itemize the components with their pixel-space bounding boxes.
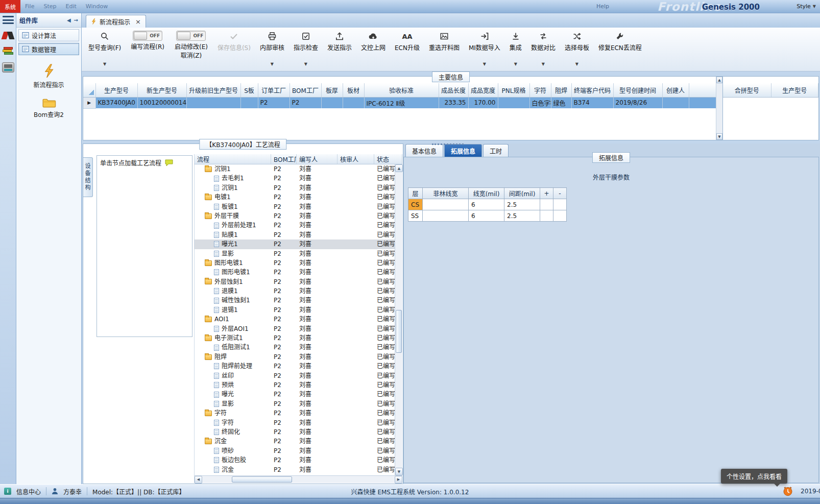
column-header[interactable]: PNL规格 [498, 83, 529, 97]
tab-equipment-structure[interactable]: 设备结构 [83, 157, 93, 197]
model-row-selected[interactable]: ▶ KB37400JA0 10012000001445 P2 P2 [83, 97, 716, 108]
alarm-icon[interactable] [782, 486, 793, 497]
process-step-row[interactable]: 图形电镀1 P2 刘喜 已编写 [195, 268, 395, 277]
info-center-link[interactable]: 信息中心 [16, 487, 41, 496]
param-row-cs[interactable]: CS 6 2.5 [408, 199, 567, 210]
cell-plus[interactable] [540, 210, 553, 222]
layer-stack-icon[interactable] [3, 47, 14, 56]
sidebar-item-data-management[interactable]: 数据管理 [18, 43, 79, 55]
dropdown-arrow-icon[interactable]: ▼ [483, 62, 486, 66]
process-step-row[interactable]: 外层蚀刻1 P2 刘喜 已编写 [195, 277, 395, 286]
cancel-action[interactable]: 取消(Z) [181, 51, 202, 59]
column-header-merge-model[interactable]: 合拼型号 [723, 83, 771, 97]
column-header[interactable]: 板厚 [321, 83, 343, 97]
column-header[interactable]: 新生产型号 [137, 83, 186, 97]
menu-edit[interactable]: Edit [65, 3, 76, 10]
column-header[interactable]: 验收标准 [364, 83, 439, 97]
menu-file[interactable]: File [25, 3, 34, 10]
ecn-upgrade-button[interactable]: AA ECN升级 [390, 31, 424, 66]
column-header[interactable]: 成品宽度 [468, 83, 498, 97]
column-header[interactable]: S板 [240, 83, 258, 97]
process-step-row[interactable]: 退锡1 P2 刘喜 已编写 [195, 305, 395, 315]
scrollbar-thumb[interactable] [396, 310, 402, 353]
dropdown-arrow-icon[interactable]: ▼ [271, 62, 274, 66]
scroll-right-icon[interactable]: ▶ [395, 476, 402, 484]
dropdown-arrow-icon[interactable]: ▼ [304, 62, 307, 66]
process-step-row[interactable]: 沉铜1 P2 刘喜 已编写 [195, 164, 395, 174]
column-header[interactable]: 终端客户代码 [571, 83, 613, 97]
internal-audit-button[interactable]: 内部审核 ▼ [255, 31, 289, 66]
process-step-row[interactable]: 退膜1 P2 刘喜 已编写 [195, 286, 395, 296]
process-step-row[interactable]: 板镀1 P2 刘喜 已编写 [195, 202, 395, 211]
dock-arrow-icon[interactable]: → [74, 17, 78, 23]
process-step-row[interactable]: 沉金 P2 刘喜 已编写 [195, 437, 395, 446]
scrollbar-thumb[interactable] [232, 476, 292, 483]
cell-layer[interactable]: CS [408, 199, 423, 210]
sidebar-item-design-algorithm[interactable]: 设计算法 [18, 29, 79, 41]
column-header[interactable]: 订单工厂 [258, 83, 290, 97]
cell-plus[interactable] [540, 199, 553, 210]
tool-new-process-instruction[interactable]: 新流程指示 [16, 63, 81, 89]
start-modify-toggle[interactable]: OFF [176, 31, 206, 41]
cell-minus[interactable] [553, 199, 567, 210]
mi-data-import-button[interactable]: MI数据导入 ▼ [464, 31, 505, 66]
dropdown-arrow-icon[interactable]: ▼ [103, 62, 106, 66]
save-info-button[interactable]: 保存信息(S) [213, 31, 255, 66]
model-grid-scrollbar[interactable]: ▲ ▼ [716, 77, 722, 140]
process-step-row[interactable]: 字符 P2 刘喜 已编写 [195, 418, 395, 427]
col-checker[interactable]: 核审人 [337, 154, 374, 164]
tab-work-hours[interactable]: 工时 [483, 144, 509, 157]
tab-new-process-instruction[interactable]: 新流程指示 × [86, 15, 146, 28]
process-step-row[interactable]: 喷砂 P2 刘喜 已编写 [195, 446, 395, 455]
column-header[interactable]: 型号创建时间 [613, 83, 662, 97]
process-step-row[interactable]: 去毛刺1 P2 刘喜 已编写 [195, 174, 395, 183]
process-step-row[interactable]: 电镀1 P2 刘喜 已编写 [195, 193, 395, 202]
close-tab-icon[interactable]: × [135, 18, 141, 26]
column-header[interactable]: 升级前旧生产型号 [186, 83, 240, 97]
write-flow-toggle[interactable]: OFF [133, 31, 162, 41]
dropdown-arrow-icon[interactable]: ▼ [542, 62, 545, 66]
column-header[interactable]: 字符 [529, 83, 551, 97]
process-step-row[interactable]: 显影 P2 刘喜 已编写 [195, 399, 395, 409]
data-compare-button[interactable]: 数据对比 ▼ [526, 31, 560, 66]
instruction-check-button[interactable]: 指示检查 ▼ [289, 31, 323, 66]
reselect-cutting-diagram-button[interactable]: 重选开料图 [424, 31, 464, 66]
column-header[interactable]: 板材 [343, 83, 364, 97]
process-step-row[interactable]: 电子测试1 P2 刘喜 已编写 [195, 333, 395, 343]
process-step-row[interactable]: 终固化 P2 刘喜 已编写 [195, 427, 395, 437]
select-motherboard-button[interactable]: 选择母板 ▼ [560, 31, 594, 66]
col-bom-factory[interactable]: BOM工厂 [271, 154, 297, 164]
style-dropdown[interactable]: Style ▼ [797, 3, 816, 10]
cell-film-width[interactable] [423, 210, 469, 222]
doc-control-upload-button[interactable]: 文控上网 [356, 31, 390, 66]
process-step-row[interactable]: 曝光 P2 刘喜 已编写 [195, 390, 395, 399]
scroll-left-icon[interactable]: ◀ [195, 476, 202, 484]
menu-help[interactable]: Help [596, 3, 609, 10]
repair-ecn-flow-button[interactable]: 修复ECN丢流程 [594, 31, 646, 66]
column-header[interactable]: 生产型号 [95, 83, 137, 97]
process-step-row[interactable]: 阻焊前处理 P2 刘喜 已编写 [195, 362, 395, 371]
back-arrow-icon[interactable]: ◀ [67, 17, 71, 23]
dropdown-arrow-icon[interactable]: ▼ [514, 62, 517, 66]
menu-window[interactable]: Window [86, 3, 108, 10]
col-flow[interactable]: 流程 [195, 154, 271, 164]
process-step-row[interactable]: 碱性蚀刻1 P2 刘喜 已编写 [195, 296, 395, 305]
process-step-row[interactable]: 字符 P2 刘喜 已编写 [195, 409, 395, 418]
tool-bom-query-2[interactable]: Bom查询2 [16, 97, 81, 118]
scroll-down-icon[interactable]: ▼ [716, 133, 722, 140]
column-header[interactable]: 阻焊 [551, 83, 571, 97]
personal-settings-tooltip[interactable]: 个性设置，点我看看 [721, 469, 787, 484]
process-step-row[interactable]: 外层前处理1 P2 刘喜 已编写 [195, 221, 395, 230]
cell-minus[interactable] [553, 210, 567, 222]
splitter-handle[interactable] [432, 143, 464, 146]
cell-layer[interactable]: SS [408, 210, 423, 222]
col-status[interactable]: 状态 [374, 154, 402, 164]
process-step-row[interactable]: 预烘 P2 刘喜 已编写 [195, 380, 395, 390]
column-header[interactable]: 创建人 [662, 83, 689, 97]
hamburger-menu-icon[interactable] [3, 15, 14, 25]
cell-film-width[interactable] [423, 199, 469, 210]
process-step-row[interactable]: 低阻测试1 P2 刘喜 已编写 [195, 343, 395, 352]
process-step-row[interactable]: 贴膜1 P2 刘喜 已编写 [195, 230, 395, 239]
cell-spacing[interactable]: 2.5 [504, 210, 540, 222]
column-header[interactable]: 成品长度 [439, 83, 468, 97]
